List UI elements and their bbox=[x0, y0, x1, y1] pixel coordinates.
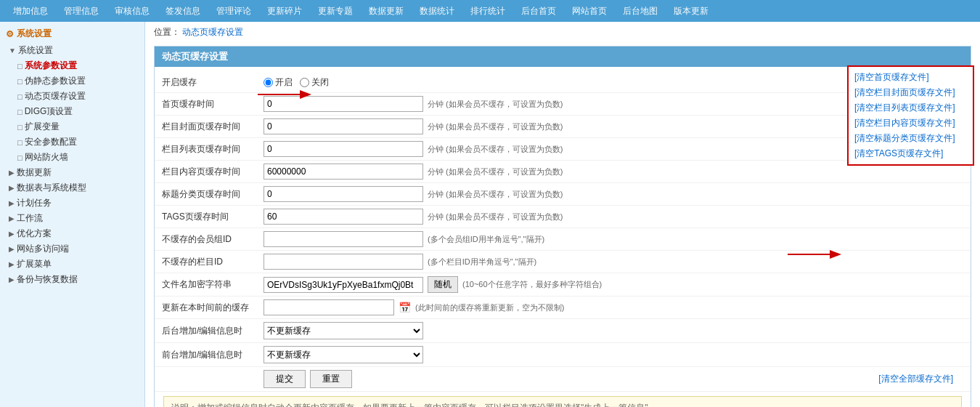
sidebar-item-ext-vars[interactable]: □扩展变量 bbox=[15, 119, 144, 134]
sidebar-system-children: □系统参数设置 □伪静态参数设置 □动态页缓存设置 □DIGG顶设置 □扩展变量… bbox=[6, 58, 144, 165]
bottom-note: 说明：增加或编辑信息时自动会更新内容页缓存，如果要更新上一篇内容页缓存，可以栏目… bbox=[163, 396, 962, 407]
input-list-cache[interactable] bbox=[264, 141, 423, 157]
nav-item-data-stats[interactable]: 数据统计 bbox=[412, 2, 462, 20]
radio-disable-input[interactable] bbox=[300, 78, 309, 87]
file-icon-7: □ bbox=[17, 153, 23, 162]
nav-item-backend-home[interactable]: 后台首页 bbox=[514, 2, 563, 20]
nav-item-manage[interactable]: 管理信息 bbox=[57, 2, 106, 20]
nav-item-add[interactable]: 增加信息 bbox=[6, 2, 55, 20]
nav-item-backend-map[interactable]: 后台地图 bbox=[616, 2, 665, 20]
sidebar-group-workflow[interactable]: ▶ 工作流 bbox=[6, 211, 144, 226]
sidebar-item-firewall[interactable]: □网站防火墙 bbox=[15, 150, 144, 165]
form-row-encrypt: 文件名加密字符串 随机 (10~60个任意字符，最好多种字符组合) bbox=[155, 273, 971, 297]
sidebar-group-tasks[interactable]: ▶ 计划任务 bbox=[6, 196, 144, 211]
sidebar-group-optimize[interactable]: ▶ 优化方案 bbox=[6, 226, 144, 241]
label-frontend-add: 前台增加/编辑信息时 bbox=[162, 349, 264, 361]
nav-item-comments[interactable]: 管理评论 bbox=[209, 2, 258, 20]
expand-icon-6: ▶ bbox=[9, 230, 15, 238]
breadcrumb-prefix: 位置： bbox=[154, 27, 180, 37]
expand-icon-8: ▶ bbox=[9, 260, 15, 268]
hint-title-cache: 分钟 (如果会员不缓存，可设置为负数) bbox=[428, 189, 563, 200]
input-no-cache-group[interactable] bbox=[264, 231, 423, 247]
nav-item-publish[interactable]: 签发信息 bbox=[158, 2, 208, 20]
expand-icon-3: ▶ bbox=[9, 184, 15, 192]
sidebar-item-system-params[interactable]: □系统参数设置 bbox=[15, 58, 144, 73]
form-row-frontend-add: 前台增加/编辑信息时 不更新缓存 更新缓存 bbox=[155, 343, 971, 367]
sidebar-item-security[interactable]: □安全参数配置 bbox=[15, 134, 144, 150]
input-home-cache[interactable] bbox=[264, 96, 423, 112]
random-button[interactable]: 随机 bbox=[428, 276, 458, 293]
clear-title-cache-link[interactable]: [清空标题分类页缓存文件] bbox=[852, 131, 970, 146]
form-row-buttons: 提交 重置 [清空全部缓存文件] bbox=[155, 367, 971, 392]
radio-disable[interactable]: 关闭 bbox=[300, 76, 329, 89]
form-row-update-before: 更新在本时间前的缓存 📅 (此时间前的缓存将重新更新，空为不限制) bbox=[155, 297, 971, 319]
input-content-cache[interactable] bbox=[264, 164, 423, 180]
sidebar: ⚙ 系统设置 ▼ 系统设置 □系统参数设置 □伪静态参数设置 □动态页缓存设置 bbox=[0, 22, 145, 407]
select-frontend-add[interactable]: 不更新缓存 更新缓存 bbox=[264, 346, 423, 363]
hint-list-cache: 分钟 (如果会员不缓存，可设置为负数) bbox=[428, 144, 563, 155]
file-icon-2: □ bbox=[17, 77, 23, 86]
clear-all-cache-link[interactable]: [清空全部缓存文件] bbox=[610, 371, 956, 387]
clear-home-cache-link[interactable]: [清空首页缓存文件] bbox=[852, 70, 970, 85]
sidebar-group-multisite[interactable]: ▶ 网站多访问端 bbox=[6, 241, 144, 257]
breadcrumb-current[interactable]: 动态页缓存设置 bbox=[182, 27, 243, 37]
label-encrypt: 文件名加密字符串 bbox=[162, 278, 264, 291]
control-buttons: 提交 重置 bbox=[264, 370, 610, 388]
sidebar-item-pseudo-static[interactable]: □伪静态参数设置 bbox=[15, 73, 144, 89]
sidebar-group-ext-menu[interactable]: ▶ 扩展菜单 bbox=[6, 257, 144, 272]
control-no-cache-column: (多个栏目ID用半角逗号","隔开) bbox=[264, 254, 963, 270]
expand-icon-7: ▶ bbox=[9, 245, 15, 253]
sidebar-item-cache[interactable]: □动态页缓存设置 bbox=[15, 89, 144, 104]
sidebar-item-digg[interactable]: □DIGG顶设置 bbox=[15, 104, 144, 119]
nav-item-topics[interactable]: 更新专题 bbox=[311, 2, 360, 20]
label-list-cache: 栏目列表页缓存时间 bbox=[162, 143, 264, 156]
hint-update-before: (此时间前的缓存将重新更新，空为不限制) bbox=[415, 302, 564, 313]
radio-enable[interactable]: 开启 bbox=[264, 76, 293, 89]
sidebar-group-data-update-label: 数据更新 bbox=[17, 166, 52, 179]
file-icon-3: □ bbox=[17, 92, 23, 101]
input-encrypt[interactable] bbox=[264, 277, 423, 293]
sidebar-group-data-update[interactable]: ▶ 数据更新 bbox=[6, 165, 144, 180]
control-title-cache: 分钟 (如果会员不缓存，可设置为负数) bbox=[264, 186, 963, 202]
nav-item-rank-stats[interactable]: 排行统计 bbox=[463, 2, 513, 20]
hint-encrypt: (10~60个任意字符，最好多种字符组合) bbox=[462, 279, 602, 290]
nav-item-version-update[interactable]: 版本更新 bbox=[666, 2, 716, 20]
control-frontend-add: 不更新缓存 更新缓存 bbox=[264, 346, 963, 363]
submit-button[interactable]: 提交 bbox=[264, 370, 306, 388]
hint-cover-cache: 分钟 (如果会员不缓存，可设置为负数) bbox=[428, 121, 563, 132]
input-cover-cache[interactable] bbox=[264, 118, 423, 134]
breadcrumb: 位置： 动态页缓存设置 bbox=[145, 22, 980, 43]
nav-item-audit[interactable]: 审核信息 bbox=[107, 2, 157, 20]
form-row-backend-add: 后台增加/编辑信息时 不更新缓存 更新缓存 bbox=[155, 319, 971, 343]
control-no-cache-group: (多个会员组ID用半角逗号","隔开) bbox=[264, 231, 963, 247]
clear-cover-cache-link[interactable]: [清空栏目封面页缓存文件] bbox=[852, 85, 970, 100]
radio-group-cache: 开启 关闭 bbox=[264, 76, 329, 89]
sidebar-group-data-model[interactable]: ▶ 数据表与系统模型 bbox=[6, 180, 144, 196]
sidebar-group-optimize-label: 优化方案 bbox=[17, 227, 52, 240]
form-row-no-cache-group: 不缓存的会员组ID (多个会员组ID用半角逗号","隔开) bbox=[155, 228, 971, 251]
nav-item-site-home[interactable]: 网站首页 bbox=[565, 2, 614, 20]
input-tags-cache[interactable] bbox=[264, 209, 423, 225]
label-no-cache-column: 不缓存的栏目ID bbox=[162, 256, 264, 268]
sidebar-group-backup[interactable]: ▶ 备份与恢复数据 bbox=[6, 272, 144, 287]
clear-list-cache-link[interactable]: [清空栏目列表页缓存文件] bbox=[852, 100, 970, 116]
reset-button[interactable]: 重置 bbox=[310, 370, 352, 388]
file-icon: □ bbox=[17, 62, 23, 70]
input-title-cache[interactable] bbox=[264, 186, 423, 202]
label-tags-cache: TAGS页缓存时间 bbox=[162, 211, 264, 223]
calendar-icon[interactable]: 📅 bbox=[399, 302, 411, 313]
input-update-before[interactable] bbox=[264, 299, 394, 315]
control-backend-add: 不更新缓存 更新缓存 bbox=[264, 322, 963, 339]
sidebar-section-title: ⚙ 系统设置 bbox=[0, 25, 144, 43]
nav-item-fragments[interactable]: 更新碎片 bbox=[260, 2, 309, 20]
clear-tags-cache-link[interactable]: [清空TAGS页缓存文件] bbox=[852, 146, 970, 161]
radio-enable-input[interactable] bbox=[264, 78, 273, 87]
select-backend-add[interactable]: 不更新缓存 更新缓存 bbox=[264, 322, 423, 339]
sidebar-group-multisite-label: 网站多访问端 bbox=[17, 243, 69, 255]
sidebar-group-system[interactable]: ▼ 系统设置 bbox=[6, 43, 144, 58]
sidebar-group-system-label: 系统设置 bbox=[18, 44, 53, 57]
clear-content-cache-link[interactable]: [清空栏目内容页缓存文件] bbox=[852, 116, 970, 131]
nav-item-data-update[interactable]: 数据更新 bbox=[362, 2, 411, 20]
input-no-cache-column[interactable] bbox=[264, 254, 423, 270]
label-no-cache-group: 不缓存的会员组ID bbox=[162, 233, 264, 246]
